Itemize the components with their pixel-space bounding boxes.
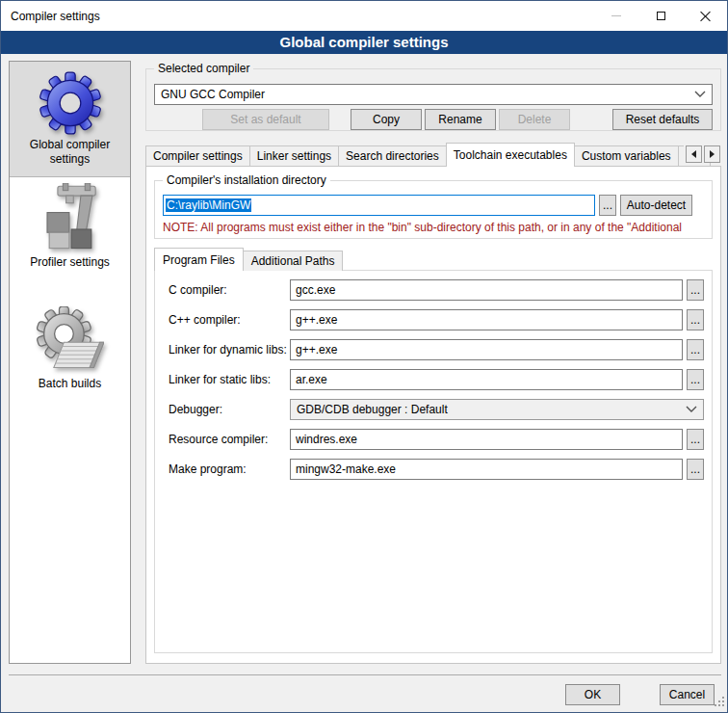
tab-scroll-right-button[interactable] <box>704 145 720 163</box>
cpp-compiler-input[interactable] <box>290 309 683 330</box>
field-label: C++ compiler: <box>169 313 290 327</box>
tab-linker-settings[interactable]: Linker settings <box>249 145 339 167</box>
browse-button[interactable]: ... <box>687 369 704 390</box>
tab-search-directories[interactable]: Search directories <box>338 145 447 167</box>
minimize-button <box>594 1 638 31</box>
category-list: Global compiler settings Profiler settin… <box>9 61 131 664</box>
sidebar-item-label: Global compiler settings <box>16 138 124 167</box>
footer-divider <box>9 674 721 675</box>
static-linker-input[interactable] <box>290 369 683 390</box>
install-dir-row: C:\raylib\MinGW ... Auto-detect <box>163 195 692 216</box>
install-dir-group: Compiler's installation directory C:\ray… <box>154 180 713 239</box>
cancel-button[interactable]: Cancel <box>660 684 715 705</box>
window-controls <box>594 1 727 31</box>
tab-scroll-left-button[interactable] <box>686 145 702 163</box>
tab-custom-variables[interactable]: Custom variables <box>574 145 679 167</box>
resize-grip[interactable] <box>713 695 725 710</box>
arrow-right-icon <box>710 150 715 158</box>
field-label: C compiler: <box>169 283 290 297</box>
field-row-cpp-compiler: C++ compiler: ... <box>169 309 704 330</box>
note-text: NOTE: All programs must exist either in … <box>163 221 710 234</box>
blue-gear-icon <box>39 71 102 138</box>
field-row-static-linker: Linker for static libs: ... <box>169 369 704 390</box>
sidebar-item-batch-builds[interactable]: Batch builds <box>10 299 130 420</box>
reset-defaults-button[interactable]: Reset defaults <box>612 109 713 130</box>
compiler-select[interactable]: GNU GCC Compiler <box>154 84 713 105</box>
install-dir-input[interactable]: C:\raylib\MinGW <box>163 195 595 216</box>
subtab-additional-paths[interactable]: Additional Paths <box>243 251 344 271</box>
field-row-c-compiler: C compiler: ... <box>169 279 704 301</box>
sidebar-item-label: Batch builds <box>16 377 124 391</box>
browse-button[interactable]: ... <box>687 459 704 480</box>
browse-button[interactable]: ... <box>687 339 704 360</box>
arrow-left-icon <box>691 150 696 158</box>
caliper-icon <box>37 183 104 255</box>
chevron-down-icon <box>694 91 706 98</box>
toolchain-executables-panel: Compiler's installation directory C:\ray… <box>145 166 721 664</box>
program-files-page: C compiler: ... C++ compiler: ... Linker… <box>154 270 713 653</box>
group-legend: Compiler's installation directory <box>163 173 330 187</box>
minimize-icon <box>611 15 621 16</box>
resource-compiler-input[interactable] <box>290 429 683 450</box>
field-label: Resource compiler: <box>169 433 290 446</box>
browse-button[interactable]: ... <box>687 309 704 330</box>
copy-button[interactable]: Copy <box>351 109 422 130</box>
field-row-dynamic-linker: Linker for dynamic libs: ... <box>169 339 704 360</box>
sidebar-item-label: Profiler settings <box>16 255 124 270</box>
autodetect-button[interactable]: Auto-detect <box>620 195 692 216</box>
tab-compiler-settings[interactable]: Compiler settings <box>145 145 250 167</box>
browse-button[interactable]: ... <box>687 279 704 301</box>
dynamic-linker-input[interactable] <box>290 339 683 360</box>
dialog-header: Global compiler settings <box>1 31 727 54</box>
settings-tabstrip: Compiler settings Linker settings Search… <box>145 143 721 167</box>
field-label: Linker for dynamic libs: <box>169 343 290 356</box>
tab-toolchain-executables[interactable]: Toolchain executables <box>446 143 575 167</box>
ok-button[interactable]: OK <box>565 684 620 705</box>
sidebar-item-profiler-settings[interactable]: Profiler settings <box>10 177 130 299</box>
field-row-resource-compiler: Resource compiler: ... <box>169 429 704 450</box>
compiler-select-value: GNU GCC Compiler <box>161 88 689 101</box>
delete-button: Delete <box>499 109 570 130</box>
group-legend: Selected compiler <box>154 62 253 75</box>
close-icon <box>700 11 711 21</box>
compiler-buttons-row: Set as default Copy Rename Delete Reset … <box>154 109 713 130</box>
field-row-make-program: Make program: ... <box>169 459 704 480</box>
maximize-button[interactable] <box>638 1 683 31</box>
program-files-tabstrip: Program Files Additional Paths <box>154 248 342 271</box>
set-as-default-button: Set as default <box>202 109 329 130</box>
field-label: Linker for static libs: <box>169 373 290 386</box>
rename-button[interactable]: Rename <box>425 109 496 130</box>
selected-compiler-group: Selected compiler GNU GCC Compiler Set a… <box>145 68 721 131</box>
field-row-debugger: Debugger: GDB/CDB debugger : Default <box>169 399 704 420</box>
titlebar: Compiler settings <box>1 1 727 31</box>
window-title: Compiler settings <box>1 10 100 23</box>
compiler-settings-dialog: Compiler settings Global compiler settin… <box>0 0 728 713</box>
debugger-select[interactable]: GDB/CDB debugger : Default <box>290 399 704 420</box>
chevron-down-icon <box>686 406 697 413</box>
sidebar-item-global-compiler-settings[interactable]: Global compiler settings <box>10 62 130 177</box>
browse-button[interactable]: ... <box>687 429 704 450</box>
make-program-input[interactable] <box>290 459 683 480</box>
close-button[interactable] <box>683 1 727 31</box>
subtab-program-files[interactable]: Program Files <box>154 248 244 271</box>
field-label: Debugger: <box>169 403 290 416</box>
field-label: Make program: <box>169 462 290 476</box>
tab-scroll-controls <box>684 145 720 163</box>
gear-stack-icon <box>37 306 104 377</box>
maximize-icon <box>657 12 665 20</box>
selected-text: C:\raylib\MinGW <box>166 198 251 212</box>
c-compiler-input[interactable] <box>290 279 683 301</box>
debugger-select-value: GDB/CDB debugger : Default <box>297 403 680 416</box>
browse-button[interactable]: ... <box>599 195 616 216</box>
